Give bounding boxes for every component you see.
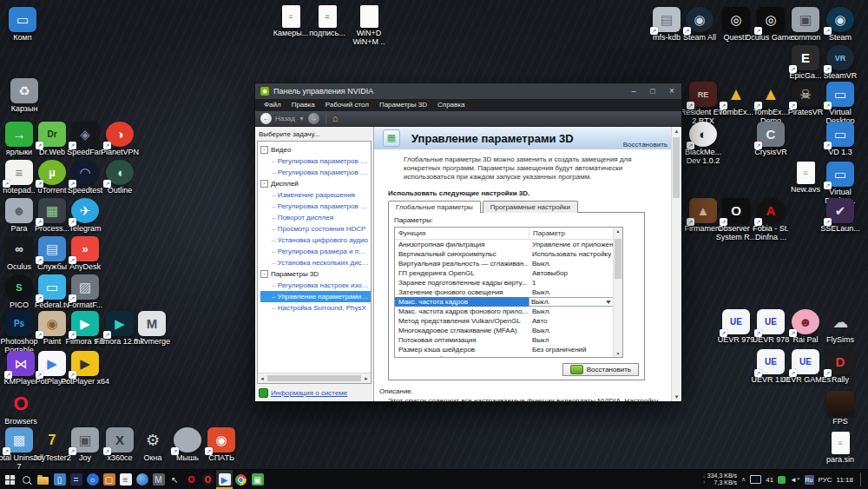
desktop-icon-parasin[interactable]: ≡para.sin [814,432,866,464]
restore-button[interactable]: Восстановить [562,363,639,376]
menu-item-0[interactable]: Файл [259,99,286,111]
tree-item[interactable]: Регулировка параметров цвета рабочег... [260,201,371,212]
page-vscrollbar[interactable]: ▲ ▼ [671,127,681,401]
restore-link[interactable]: Восстановить [623,141,667,149]
gpu-tray-icon[interactable] [778,476,786,484]
desktop-icon-telegram[interactable]: ✈↗Telegram [59,198,111,233]
taskbar-green-app[interactable]: ▣ [249,470,266,489]
collapse-icon[interactable]: - [260,180,268,188]
setting-value[interactable]: Выкл [529,335,614,345]
taskbar-store[interactable]: ▢ [101,470,117,489]
desktop-icon-formatf[interactable]: ▨↗FormatF... [59,274,111,309]
desktop-icon-outline[interactable]: ◖↗Outline [94,160,146,195]
desktop-icon-browsers[interactable]: OBrowsers [0,391,47,426]
taskbar-sphere-app[interactable] [134,470,150,489]
desktop-icon-planetvpn[interactable]: ◑↗PlanetVPN [94,122,146,156]
scroll-thumb[interactable] [673,137,680,198]
table-vscrollbar[interactable]: ▲ ▼ [613,228,622,357]
show-desktop-button[interactable] [860,472,864,486]
desktop-icon-spat[interactable]: ◉↗СПАТЬ [195,427,247,462]
settings-row[interactable]: Режим низкой задержкиВыкл. [395,354,622,358]
desktop-icon-crysisvr[interactable]: C↗CrysisVR [745,122,797,156]
desktop-icon-komp[interactable]: ▭Комп [0,7,49,42]
setting-value[interactable]: Авто [529,316,614,326]
back-dropdown-icon[interactable]: ▼ [299,116,305,122]
taskbar-potplayer[interactable]: ▶ [216,470,233,489]
tree-hscrollbar[interactable]: ◄ ► [258,373,371,383]
scroll-down-icon[interactable]: ▼ [616,351,621,356]
scroll-right-icon[interactable]: ► [364,376,369,381]
tree-section[interactable]: -Параметры 3D [260,268,371,280]
collapse-icon[interactable]: - [260,270,268,278]
setting-value[interactable]: Управление от приложения [529,240,614,249]
scroll-thumb[interactable] [615,239,621,279]
back-button[interactable]: ← [260,113,272,124]
menu-item-2[interactable]: Рабочий стол [320,99,374,111]
settings-row[interactable]: Заранее подготовленные кадры вирту...1 [395,278,622,287]
tree-section[interactable]: -Дисплей [260,178,371,189]
settings-row[interactable]: Многокадровое сглаживание (MFAA)Выкл. [395,326,622,335]
scroll-down-icon[interactable]: ▼ [674,394,680,400]
setting-value[interactable]: Без ограничений [529,345,614,354]
taskbar-search[interactable] [18,470,35,489]
taskbar-phone-app[interactable]: ▯ [51,470,68,489]
desktop-icon-rally[interactable]: D↗Rally [814,349,866,384]
setting-value[interactable]: Выкл. [529,326,614,335]
desktop-icon-sselaun[interactable]: ✔↗SSELaun... [814,198,866,233]
temperature-value[interactable]: 41 [766,476,773,484]
desktop-icon-anydesk[interactable]: »↗AnyDesk [59,236,111,271]
settings-row[interactable]: Потоковая оптимизацияВыкл [395,335,622,345]
maximize-button[interactable]: □ [643,83,662,99]
taskbar-start[interactable] [2,470,18,489]
setting-value[interactable]: Автовыбор [529,268,614,278]
tab-inactive[interactable]: Программные настройки [483,201,578,213]
tree-item[interactable]: Регулировка параметров цвета для вид... [260,155,371,167]
taskbar-cursor[interactable]: ↖ [167,470,183,489]
clock[interactable]: 11:18 [837,476,853,484]
taskbar-opera-gx[interactable]: O [200,470,216,489]
system-info-link[interactable]: Информация о системе [271,389,347,397]
forward-button[interactable]: → [308,113,319,124]
settings-row[interactable]: Размер кэша шейдеровБез ограничений [395,345,622,354]
hidden-icons-chevron[interactable]: ∧ [741,476,746,483]
tree-item[interactable]: Регулировка размера и положения рабо... [260,246,371,257]
setting-value[interactable]: Выкл. [529,354,614,358]
tree-item[interactable]: Установка цифрового аудио [260,235,371,246]
settings-row[interactable]: ГП рендеринга OpenGLАвтовыбор [395,268,622,278]
settings-row[interactable]: Виртуальная реальность — сглаживан...Вык… [395,259,622,268]
desktop-icon-virtualdesktop[interactable]: ▭↗Virtual Desktop [814,82,866,125]
desktop-icon-vd13[interactable]: ▭↗VD 1.3 [814,122,866,156]
desktop-icon-flysims[interactable]: ☁FlySims [814,309,866,344]
settings-row[interactable]: Макс. частота кадров фонового прило...Вы… [395,307,622,316]
home-icon[interactable]: ⌂ [332,114,339,123]
scroll-up-icon[interactable]: ▲ [616,228,621,234]
taskbar-explorer[interactable] [35,470,51,489]
tree-item[interactable]: Установка нескольких дисплеев [260,257,371,268]
tree-item[interactable]: Просмотр состояния HDCP [260,223,371,235]
menu-item-3[interactable]: Параметры 3D [374,99,432,111]
network-monitor-icon[interactable] [750,475,761,484]
tree-item[interactable]: Регулировка параметров изображения д... [260,167,371,178]
desktop-icon-karzyn[interactable]: ♻Карзын [0,78,50,113]
desktop-icon-wind[interactable]: WiN+D WiN+M .. [343,5,395,46]
desktop-icon-fps[interactable]: FPS [814,391,866,426]
tree-item[interactable]: Регулировка настроек изображения с пр... [260,280,371,291]
taskbar-calculator[interactable]: = [68,470,84,489]
desktop-icon-blackme[interactable]: ◐↗BlackMe... Dev 1.0.2 [677,122,729,165]
setting-value[interactable]: Выкл. [529,297,614,307]
minimize-button[interactable]: – [624,83,643,99]
window-titlebar[interactable]: ◉ Панель управления NVIDIA – □ × [255,83,681,99]
volume-muted-icon[interactable]: ◄× [790,476,799,484]
tree-section[interactable]: -Видео [260,144,371,155]
desktop-icon-steamvr[interactable]: VR↗SteamVR [814,45,866,80]
taskbar-notes[interactable]: ≡ [117,470,134,489]
language-label[interactable]: РУС [819,476,832,484]
tab-active[interactable]: Глобальные параметры [388,201,481,213]
layout-indicator[interactable]: Ru [805,475,814,485]
desktop-icon-steam[interactable]: ◉↗Steam [814,7,866,42]
desktop-icon-fobia[interactable]: A↗Fobia - St. Dinfna ... [745,198,797,241]
setting-value[interactable]: Выкл. [529,307,614,316]
column-function[interactable]: Функция [395,228,529,239]
desktop-icon-potplayerx64[interactable]: ▶↗PotPlayer x64 [59,351,111,386]
taskbar-opera[interactable]: O [183,470,200,489]
